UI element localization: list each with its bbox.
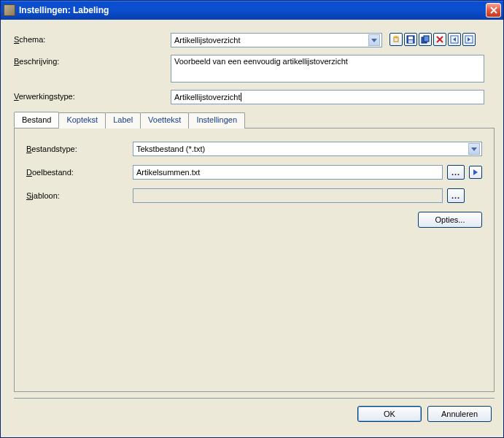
tab-instellingen[interactable]: Instellingen [188,112,245,128]
prev-button[interactable] [448,33,461,46]
footer-buttons: OK Annuleren [14,406,495,422]
save-button[interactable] [404,33,417,46]
ok-button[interactable]: OK [357,406,422,422]
schema-combo[interactable]: Artikellijstoverzicht [171,33,382,47]
close-button[interactable] [486,3,501,18]
chevron-down-icon [468,143,480,155]
copy-button[interactable] [419,33,432,46]
sjabloon-label: Sjabloon: [26,191,128,200]
sjabloon-input[interactable] [133,188,443,203]
svg-rect-6 [424,36,429,42]
bestandstype-combo[interactable]: Tekstbestand (*.txt) [133,142,482,156]
footer-separator [14,398,495,399]
next-button[interactable] [462,33,476,46]
verwerkingstype-label: Verwerkingstype: [14,90,171,101]
tab-panel-bestand: Bestandstype: Tekstbestand (*.txt) Doelb… [14,128,495,392]
beschrijving-label: Beschrijving: [14,55,171,66]
delete-button[interactable] [433,33,446,46]
tab-bestand[interactable]: Bestand [14,112,59,128]
tab-row: Bestand Koptekst Label Voettekst Instell… [14,112,495,128]
titlebar: Instellingen: Labeling [1,1,503,20]
schema-label: Schema: [14,33,171,44]
tab-label[interactable]: Label [105,112,141,128]
doelbestand-browse-button[interactable]: ... [447,165,465,180]
options-button[interactable]: OOpties...pties... [418,212,482,228]
app-icon [4,4,15,16]
text-caret [241,93,241,101]
schema-combo-text: Artikellijstoverzicht [174,36,368,45]
chevron-down-icon [368,34,380,46]
beschrijving-textarea[interactable]: Voorbeeld van een eenvoudig artikellijst… [171,55,484,82]
tab-koptekst[interactable]: Koptekst [58,112,106,128]
doelbestand-input[interactable] [133,165,443,180]
bestandstype-label: Bestandstype: [26,145,128,153]
tab-voettekst[interactable]: Voettekst [140,112,189,128]
sjabloon-browse-button[interactable]: ... [447,188,465,203]
window-title: Instellingen: Labeling [19,5,486,15]
new-button[interactable] [389,33,403,46]
svg-rect-4 [408,40,413,43]
doelbestand-run-button[interactable] [469,166,482,179]
svg-rect-3 [408,36,413,39]
bestandstype-combo-text: Tekstbestand (*.txt) [136,145,468,153]
doelbestand-label: Doelbestand: [26,168,128,177]
verwerkingstype-input[interactable]: Artikellijstoverzicht [171,90,484,104]
verwerkingstype-text: Artikellijstoverzicht [174,93,240,101]
schema-toolbar [389,33,476,46]
dialog-window: Instellingen: Labeling Schema: Artikelli… [0,0,504,438]
cancel-button[interactable]: Annuleren [427,406,492,422]
